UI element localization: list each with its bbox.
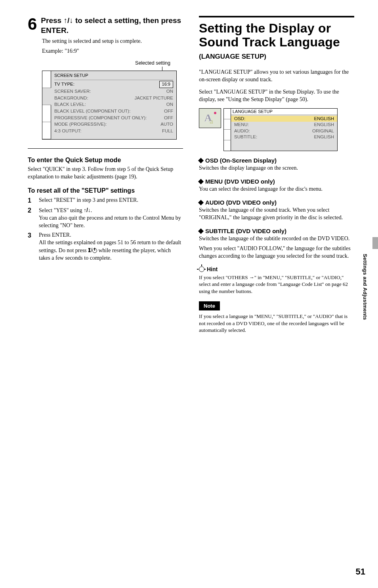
lang-panel-title: LANGUAGE SETUP xyxy=(231,109,337,115)
reset-step-2: 2 Select "YES" using ↑/↓. You can also q… xyxy=(28,207,183,230)
panel-row: MODE (PROGRESSIVE):AUTO xyxy=(54,121,173,128)
osd-heading: OSD (On-Screen Display) xyxy=(199,157,354,165)
page-title: Setting the Display or Sound Track Langu… xyxy=(199,21,354,49)
lang-key: SUBTITLE: xyxy=(234,134,257,140)
panel-value: OFF xyxy=(164,115,173,121)
lang-val: ENGLISH xyxy=(314,116,334,122)
panel-tab xyxy=(42,71,51,88)
audio-body: Switches the language of the sound track… xyxy=(199,207,354,222)
panel-row: TV TYPE: 16:9 xyxy=(54,81,173,88)
panel-title: SCREEN SETUP xyxy=(54,73,173,79)
panel-tab-active xyxy=(42,88,51,105)
panel-key: 4:3 OUTPUT: xyxy=(54,128,81,134)
panel-row: BACKGROUND:JACKET PICTURE xyxy=(54,95,173,102)
power-icon xyxy=(92,248,97,253)
lang-key: MENU: xyxy=(234,122,249,128)
hint-a: If you select "OTHERS xyxy=(199,274,249,280)
note-badge: Note xyxy=(199,301,220,311)
reset-step-3-body: Press ENTER. All the settings explained … xyxy=(39,232,183,262)
page-number: 51 xyxy=(356,566,365,578)
step-6: 6 Press ↑/↓ to select a setting, then pr… xyxy=(28,16,183,35)
reset-2a-end: . xyxy=(91,207,92,213)
reset-step-1: 1 Select "RESET" in step 3 and press ENT… xyxy=(28,197,183,204)
lang-row: AUDIO:ORIGINAL xyxy=(234,128,334,134)
panel-tab xyxy=(42,105,51,122)
panel-key: BACKGROUND: xyxy=(54,95,88,102)
lang-panel-tabs xyxy=(224,109,231,151)
quick-setup-body: Select "QUICK" in step 3. Follow from st… xyxy=(28,166,183,181)
audio-heading: AUDIO (DVD VIDEO only) xyxy=(199,199,354,207)
reset-2b: You can also quit the process and return… xyxy=(39,215,183,230)
menu-body: You can select the desired language for … xyxy=(199,186,354,193)
lang-row: OSD:ENGLISH xyxy=(231,116,337,122)
hint-heading: Hint xyxy=(199,266,354,273)
list-number: 3 xyxy=(28,232,35,262)
audio-head-text: AUDIO (DVD VIDEO only) xyxy=(205,199,277,207)
subtitle-body-2: When you select "AUDIO FOLLOW," the lang… xyxy=(199,245,354,260)
select-paragraph: Select "LANGUAGE SETUP" in the Setup Dis… xyxy=(199,88,354,103)
panel-row: BLACK LEVEL:ON xyxy=(54,101,173,108)
hint-bulb-icon xyxy=(199,266,204,272)
panel-value: JACKET PICTURE xyxy=(134,95,173,102)
reset-heading: To reset all of the "SETUP" settings xyxy=(28,186,183,195)
quick-setup-heading: To enter the Quick Setup mode xyxy=(28,156,183,165)
diamond-bullet-icon xyxy=(198,200,204,205)
panel-row: BLACK LEVEL (COMPONENT OUT):OFF xyxy=(54,108,173,115)
panel-value: AUTO xyxy=(160,121,173,128)
language-setup-figure: Aa LANGUAGE SETUP OSD:ENGLISH MENU:ENGLI… xyxy=(199,108,338,151)
panel-key: TV TYPE: xyxy=(54,81,74,88)
subtitle-head-text: SUBTITLE (DVD VIDEO only) xyxy=(205,227,286,235)
hint-label: Hint xyxy=(207,266,218,273)
screen-setup-figure: Selected setting SCREEN SETUP TV TYPE: 1… xyxy=(42,60,183,139)
reset-step-3: 3 Press ENTER. All the settings explaine… xyxy=(28,232,183,262)
panel-value: OFF xyxy=(164,108,173,115)
lang-key: OSD: xyxy=(234,116,245,122)
reset-step-2-body: Select "YES" using ↑/↓. You can also qui… xyxy=(39,207,183,230)
list-number: 2 xyxy=(28,207,35,230)
panel-value-selected: 16:9 xyxy=(159,81,173,88)
panel-key: MODE (PROGRESSIVE): xyxy=(54,121,107,128)
updown-arrows-icon: ↑/↓ xyxy=(84,207,91,213)
step6-text-a: Press xyxy=(41,16,63,25)
list-number: 1 xyxy=(28,197,35,204)
reset-2a: Select "YES" using xyxy=(39,207,84,213)
reset-3b: All the settings explained on pages 51 t… xyxy=(39,239,183,262)
panel-key: BLACK LEVEL (COMPONENT OUT): xyxy=(54,108,130,115)
step6-body-line1: The setting is selected and setup is com… xyxy=(42,38,183,45)
subtitle-body-1: Switches the language of the subtitle re… xyxy=(199,235,354,243)
panel-key: BLACK LEVEL: xyxy=(54,101,86,108)
selected-setting-pointer xyxy=(162,67,162,71)
right-column: Setting the Display or Sound Track Langu… xyxy=(199,16,354,336)
power-prefix: 𝗜/ xyxy=(88,247,92,253)
subtitle-heading: SUBTITLE (DVD VIDEO only) xyxy=(199,227,354,235)
language-setup-panel: LANGUAGE SETUP OSD:ENGLISH MENU:ENGLISH … xyxy=(223,108,338,151)
hint-body: If you select "OTHERS →" in "MENU," "SUB… xyxy=(199,274,354,295)
reset-step-1-body: Select "RESET" in step 3 and press ENTER… xyxy=(39,197,183,204)
section-divider xyxy=(28,148,183,149)
panel-tab xyxy=(42,122,51,139)
right-arrow-icon: → xyxy=(249,274,254,280)
diamond-bullet-icon xyxy=(198,228,204,234)
lang-row: MENU:ENGLISH xyxy=(234,122,334,128)
panel-key: SCREEN SAVER: xyxy=(54,88,91,95)
step6-body: The setting is selected and setup is com… xyxy=(42,38,183,55)
step-number-6: 6 xyxy=(28,16,37,33)
panel-body: SCREEN SETUP TV TYPE: 16:9 SCREEN SAVER:… xyxy=(51,71,176,139)
osd-body: Switches the display language on the scr… xyxy=(199,165,354,172)
intro-paragraph: "LANGUAGE SETUP" allows you to set vario… xyxy=(199,69,354,84)
panel-value: ON xyxy=(166,88,173,95)
updown-arrows-icon: ↑/↓ xyxy=(63,16,73,25)
diamond-bullet-icon xyxy=(198,179,204,184)
step-6-heading: Press ↑/↓ to select a setting, then pres… xyxy=(41,16,183,35)
panel-value: ON xyxy=(166,101,173,108)
screen-setup-panel: SCREEN SETUP TV TYPE: 16:9 SCREEN SAVER:… xyxy=(42,71,177,140)
heading-rule xyxy=(199,16,354,17)
panel-row: 4:3 OUTPUT:FULL xyxy=(54,128,173,134)
panel-key: PROGRESSIVE (COMPONENT OUT ONLY): xyxy=(54,115,147,121)
note-body: If you select a language in "MENU," "SUB… xyxy=(199,313,354,334)
reset-3a: Press ENTER. xyxy=(39,232,183,239)
diamond-bullet-icon xyxy=(198,158,204,163)
lang-val: ORIGINAL xyxy=(312,128,334,134)
lang-row: SUBTITLE:ENGLISH xyxy=(234,134,334,140)
side-tab-marker xyxy=(372,237,378,249)
